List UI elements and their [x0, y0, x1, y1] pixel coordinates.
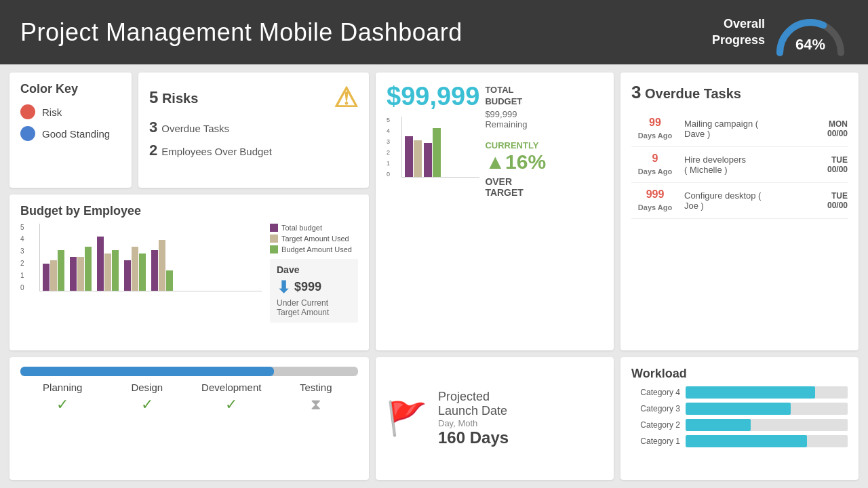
- wl-row-3: Category 3: [631, 403, 848, 415]
- risks-label: Risks: [162, 91, 198, 106]
- dave-section: Dave ⬇ $999 Under CurrentTarget Amount: [270, 259, 358, 323]
- launch-subtitle: Day, Moth: [438, 418, 509, 428]
- bar-group-4: [124, 247, 146, 291]
- overdue-tasks-row: 3 Overdue Tasks: [149, 119, 358, 136]
- stage-development: Development ✓: [189, 382, 274, 413]
- bar-green-1: [58, 250, 64, 291]
- testing-pending-icon: ⧗: [274, 396, 359, 413]
- bar-tan-2: [77, 257, 84, 291]
- budget-right-panel: Total budget Target Amount Used Budget A…: [270, 224, 358, 323]
- total-budget-amount: $99,999: [387, 82, 479, 111]
- page-title: Project Management Mobile Dashboard: [20, 18, 462, 47]
- budget-top-row: $99,999 0 1 2 3 4 5: [387, 82, 603, 198]
- y-axis: 0 1 2 3 4 5: [20, 224, 24, 291]
- overdue-row-3: 999Days Ago Configure desktop (Joe ) TUE…: [631, 183, 848, 219]
- bar-group-3: [97, 237, 119, 291]
- employees-over-budget-row: 2 Employees Over Budget: [149, 142, 358, 159]
- dave-amount: ⬇ $999: [277, 278, 351, 297]
- od-date-2: TUE00/00: [827, 155, 848, 174]
- budget-content: 0 1 2 3 4 5: [20, 224, 358, 323]
- od-desc-1: Mailing campaign (Dave ): [679, 119, 827, 139]
- bar-purple-1: [43, 264, 50, 291]
- good-label: Good Standing: [42, 128, 110, 140]
- od-date-3: TUE00/00: [827, 191, 848, 210]
- gauge-percent: 64%: [795, 36, 825, 54]
- bar-tan-4: [132, 247, 138, 291]
- wl-bar-bg-1: [686, 435, 848, 447]
- legend-budget: Budget Amount Used: [270, 245, 358, 253]
- overall-progress-label: OverallProgress: [712, 16, 765, 48]
- legend-target-label: Target Amount Used: [281, 235, 349, 243]
- wl-bar-fill-4: [686, 386, 815, 399]
- workload-title: Workload: [631, 367, 848, 381]
- wl-row-2: Category 2: [631, 419, 848, 431]
- progress-stages-card: Planning ✓ Design ✓ Development ✓ Testin…: [9, 357, 369, 480]
- overdue-count: 3: [631, 82, 641, 102]
- budget-employee-card: Budget by Employee 0 1 2 3 4 5: [9, 195, 369, 351]
- stage-planning-label: Planning: [20, 382, 105, 393]
- budget-employee-title: Budget by Employee: [20, 204, 358, 218]
- color-key-title: Color Key: [20, 82, 121, 96]
- risks-title: 5 Risks ⚠: [149, 82, 358, 113]
- legend-total-label: Total budget: [281, 224, 322, 232]
- bar-green-5: [166, 270, 173, 291]
- legend-tan-box: [270, 235, 278, 243]
- legend-target: Target Amount Used: [270, 235, 358, 243]
- bar-green-3: [112, 250, 119, 291]
- wl-bar-bg-4: [686, 386, 848, 399]
- mid-y-axis: 0 1 2 3 4 5: [387, 117, 390, 178]
- wl-cat4-label: Category 4: [631, 388, 680, 397]
- launch-title: ProjectedLaunch Date: [438, 390, 509, 418]
- over-target-pct: ▲16%: [485, 150, 546, 174]
- development-check-icon: ✓: [189, 396, 274, 413]
- good-dot: [20, 126, 35, 141]
- planning-check-icon: ✓: [20, 396, 105, 413]
- over-target-label: OVERTARGET: [485, 176, 546, 198]
- od-days-1: 99Days Ago: [631, 117, 679, 141]
- mid-bar-purple-1: [405, 136, 413, 177]
- overall-progress: OverallProgress 64%: [712, 9, 848, 56]
- color-key-card: Color Key Risk Good Standing: [9, 73, 132, 188]
- launch-info: ProjectedLaunch Date Day, Moth 160 Days: [438, 390, 509, 447]
- legend-purple-box: [270, 224, 278, 232]
- legend-total: Total budget: [270, 224, 358, 232]
- stage-design-label: Design: [105, 382, 190, 393]
- bar-green-2: [85, 247, 92, 291]
- progress-bar-container: [20, 367, 358, 376]
- budget-chart-area: 0 1 2 3 4 5: [20, 224, 262, 323]
- progress-stages: Planning ✓ Design ✓ Development ✓ Testin…: [20, 382, 358, 413]
- risks-card: 5 Risks ⚠ 3 Overdue Tasks 2 Employees Ov…: [138, 73, 369, 188]
- mid-bar-green-2: [433, 128, 441, 177]
- overdue-title-text: Overdue Tasks: [645, 86, 741, 101]
- overdue-title: 3 Overdue Tasks: [631, 82, 848, 103]
- header: Project Management Mobile Dashboard Over…: [0, 0, 868, 64]
- mid-bar-chart: [401, 117, 479, 178]
- budget-legend: Total budget Target Amount Used Budget A…: [270, 224, 358, 253]
- overdue-row-1: 99Days Ago Mailing campaign (Dave ) MON0…: [631, 111, 848, 147]
- overdue-row-2: 9Days Ago Hire developers( Michelle ) TU…: [631, 147, 848, 183]
- mid-bar-tan-1: [414, 140, 422, 177]
- stage-testing: Testing ⧗: [274, 382, 359, 413]
- ck-risk: Risk: [20, 104, 121, 119]
- gauge: 64%: [773, 9, 848, 56]
- bar-tan-1: [50, 260, 57, 291]
- down-arrow-icon: ⬇: [277, 278, 290, 297]
- employees-label: Employees Over Budget: [161, 146, 272, 157]
- currently-label: CURRENTLY: [485, 140, 546, 150]
- total-budget-label: TOTALBUDGET: [485, 85, 546, 108]
- wl-row-4: Category 4: [631, 386, 848, 399]
- progress-bar-fill: [20, 367, 274, 376]
- wl-bar-fill-1: [686, 435, 807, 447]
- od-days-2: 9Days Ago: [631, 152, 679, 177]
- od-desc-3: Configure desktop (Joe ): [679, 190, 827, 211]
- warning-icon: ⚠: [334, 82, 358, 113]
- budget-right: TOTALBUDGET $99,999Remaining CURRENTLY ▲…: [485, 82, 546, 198]
- legend-green-box: [270, 245, 278, 253]
- wl-bar-bg-2: [686, 419, 848, 431]
- employees-count: 2: [149, 142, 157, 159]
- launch-days: 160 Days: [438, 428, 509, 447]
- mid-bar-purple-2: [424, 143, 432, 177]
- bar-purple-2: [70, 257, 77, 291]
- bar-group-1: [43, 250, 64, 291]
- bar-purple-3: [97, 237, 104, 291]
